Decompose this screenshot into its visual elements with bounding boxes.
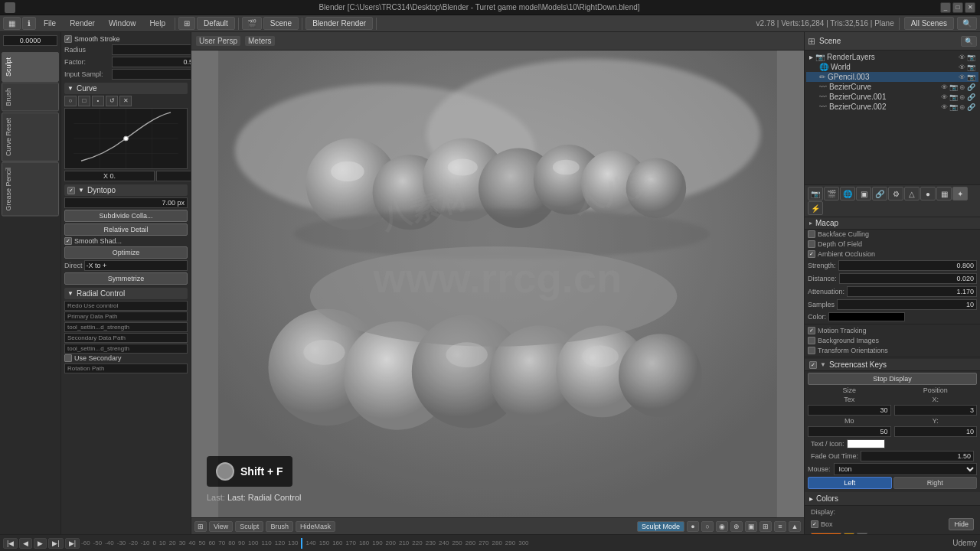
viewport-btn-sculpt[interactable]: Sculpt <box>235 521 263 532</box>
outliner-item-world[interactable]: 🌐 World 👁 📷 <box>806 62 978 72</box>
outliner-item-beziercurve002[interactable]: 〰 BezierCurve.002 👁 📷 ⊕ 🔗 <box>806 102 978 112</box>
sculpt-mode-icon-8[interactable]: ▲ <box>789 521 801 532</box>
viewport-icon-menu[interactable]: ⊞ <box>194 521 207 532</box>
smooth-stroke-checkbox[interactable] <box>64 35 72 43</box>
search-button[interactable]: 🔍 <box>957 17 977 30</box>
eye-icon-bezier001[interactable]: 👁 <box>941 93 948 101</box>
smooth-shading-checkbox[interactable] <box>64 237 72 245</box>
tl-play-button[interactable]: ▶ <box>34 538 47 549</box>
render-icon-gpencil[interactable]: 📷 <box>967 73 975 81</box>
extra-icon-bezier001[interactable]: ⊕ <box>959 93 965 101</box>
tl-jump-start-button[interactable]: |◀ <box>3 538 18 549</box>
viewport-content[interactable]: www.rrcg.cn 八素材 人八素 Shift + F Last: Last… <box>191 51 804 517</box>
curve-btn-square[interactable]: □ <box>78 96 90 106</box>
extra2-icon-bezier002[interactable]: 🔗 <box>967 103 975 111</box>
menu-help[interactable]: Help <box>144 18 172 29</box>
sculpt-mode-icon-4[interactable]: ⊕ <box>730 521 743 532</box>
sculpt-mode-icon-7[interactable]: ≡ <box>774 521 786 532</box>
ambient-occlusion-checkbox[interactable] <box>808 250 815 258</box>
curve-graph[interactable] <box>64 108 188 169</box>
menu-render[interactable]: Render <box>64 18 101 29</box>
eye-icon-gpencil[interactable]: 👁 <box>959 73 965 81</box>
box-checkbox[interactable] <box>811 520 818 528</box>
transform-orient-checkbox[interactable] <box>808 347 815 354</box>
outliner-view-icon[interactable]: ⊞ <box>808 36 815 47</box>
prop-icon-scene[interactable]: 🎬 <box>824 187 839 201</box>
eye-icon-renderlayers[interactable]: 👁 <box>959 54 965 61</box>
ao-color-swatch[interactable] <box>828 312 905 321</box>
subdivide-button[interactable]: Subdivide Colla... <box>64 210 188 222</box>
scene-icon[interactable]: 🎬 <box>242 17 262 30</box>
outliner-search-btn[interactable]: 🔍 <box>961 36 977 47</box>
layout-icon[interactable]: ⊞ <box>178 17 195 30</box>
input-samples-input[interactable]: 1 <box>112 69 191 80</box>
extra-icon-bezier[interactable]: ⊕ <box>959 83 965 91</box>
right-radio-button[interactable]: Right <box>893 477 978 489</box>
render-icon-renderlayers[interactable]: 📷 <box>967 54 975 61</box>
maximize-button[interactable]: □ <box>952 2 963 13</box>
hide-button[interactable]: Hide <box>949 518 974 530</box>
backface-culling-checkbox[interactable] <box>808 230 815 238</box>
radial-control-header[interactable]: ▼ Radial Control <box>64 288 188 299</box>
prop-icon-texture[interactable]: ▦ <box>936 187 952 201</box>
vtab-grease-pencil[interactable]: Grease Pencil <box>2 162 59 217</box>
color-swatch-gray[interactable] <box>857 533 867 534</box>
tl-jump-end-button[interactable]: ▶| <box>65 538 80 549</box>
depth-of-field-checkbox[interactable] <box>808 240 815 248</box>
background-images-checkbox[interactable] <box>808 337 815 344</box>
viewport-btn-hidemask[interactable]: HideMask <box>296 521 335 532</box>
menu-file[interactable]: File <box>38 18 62 29</box>
motion-tracking-checkbox[interactable] <box>808 327 815 334</box>
render-engine-dropdown[interactable]: Blender Render <box>305 17 373 30</box>
render-icon-bezier001[interactable]: 📷 <box>949 93 958 101</box>
prop-icon-material[interactable]: ● <box>920 187 936 201</box>
prop-icon-world[interactable]: 🌐 <box>840 187 855 201</box>
render-icon-bezier[interactable]: 📷 <box>949 83 958 91</box>
tex-size-input[interactable]: 30 <box>808 405 891 416</box>
color-swatch-orange[interactable] <box>811 533 841 534</box>
optimize-button[interactable]: Optimize <box>64 246 188 259</box>
x-value-input[interactable]: X 0. <box>64 171 155 181</box>
sculpt-mode-icon-6[interactable]: ⊞ <box>760 521 772 532</box>
sculpt-mode-icon-2[interactable]: ○ <box>701 521 714 532</box>
radius-input[interactable]: 67 <box>112 44 191 55</box>
curve-btn-close[interactable]: ✕ <box>119 96 132 106</box>
extra2-icon-bezier001[interactable]: 🔗 <box>967 93 975 101</box>
info-icon-button[interactable]: ℹ <box>22 17 36 30</box>
macap-section-header[interactable]: ▸ Macap <box>805 217 980 230</box>
ao-attenuation-input[interactable]: 1.170 <box>847 286 977 297</box>
vtab-curve-reset[interactable]: Curve Reset <box>2 112 59 161</box>
sculpt-mode-icon-3[interactable]: ◉ <box>716 521 728 532</box>
curve-btn-reset[interactable]: ↺ <box>106 96 118 106</box>
render-icon-bezier002[interactable]: 📷 <box>949 103 958 111</box>
menu-window[interactable]: Window <box>103 18 142 29</box>
outliner-item-beziercurve001[interactable]: 〰 BezierCurve.001 👁 📷 ⊕ 🔗 <box>806 92 978 102</box>
direct-select[interactable]: -X to + <box>84 260 188 271</box>
mouse-icon-select[interactable]: Icon Text <box>834 463 977 475</box>
fade-out-input[interactable]: 1.50 <box>861 451 974 461</box>
all-scenes-dropdown[interactable]: All Scenes <box>904 17 954 30</box>
blender-icon-button[interactable]: ▦ <box>3 17 21 30</box>
scene-dropdown[interactable]: Scene <box>263 17 299 30</box>
ao-distance-input[interactable]: 0.020 <box>839 273 977 284</box>
outliner-item-gpencil[interactable]: ✏ GPencil.003 👁 📷 <box>806 72 978 82</box>
ao-samples-input[interactable]: 10 <box>837 299 977 310</box>
relative-detail-button[interactable]: Relative Detail <box>64 223 188 236</box>
tl-prev-frame-button[interactable]: ◀ <box>19 538 32 549</box>
sculpt-mode-button[interactable]: Sculpt Mode <box>637 521 684 532</box>
viewport-btn-brush[interactable]: Brush <box>266 521 293 532</box>
left-radio-button[interactable]: Left <box>808 477 892 489</box>
prop-icon-particles[interactable]: ✦ <box>952 187 968 201</box>
dyntopo-checkbox[interactable] <box>67 187 75 194</box>
outliner-item-beziercurve[interactable]: 〰 BezierCurve 👁 📷 ⊕ 🔗 <box>806 82 978 92</box>
eye-icon-bezier[interactable]: 👁 <box>941 83 948 91</box>
prop-icon-data[interactable]: △ <box>904 187 920 201</box>
timeline-cursor[interactable] <box>301 538 302 549</box>
eye-icon-bezier002[interactable]: 👁 <box>941 103 948 111</box>
curve-btn-circle[interactable]: ○ <box>64 96 77 106</box>
color-swatch-gold[interactable] <box>844 533 854 534</box>
dyntopo-header[interactable]: ▼ Dyntopo <box>64 184 188 196</box>
colors-header[interactable]: ▸ Colors <box>805 492 980 505</box>
y-pos-input[interactable]: 10 <box>894 426 978 437</box>
viewport-btn-view[interactable]: View <box>209 521 233 532</box>
